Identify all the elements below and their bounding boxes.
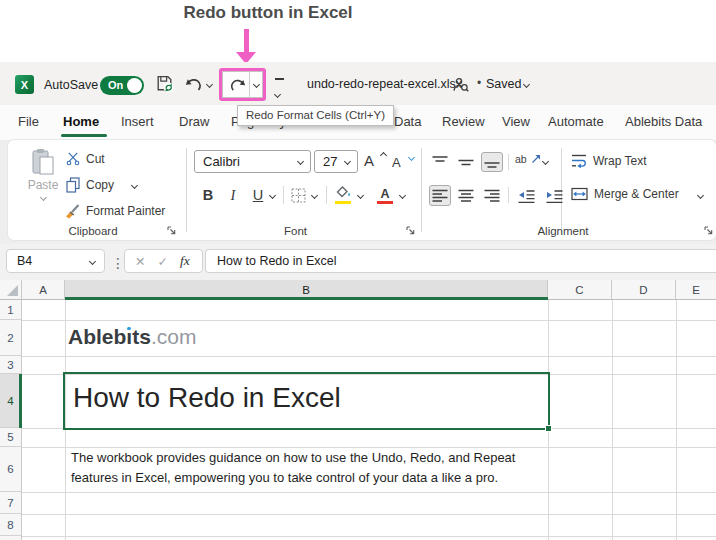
saved-chevron-icon[interactable]	[523, 81, 530, 88]
merge-center-icon	[571, 187, 588, 201]
gridline-v	[612, 300, 613, 540]
cancel-icon[interactable]: ✕	[135, 254, 145, 269]
gridline-h	[22, 514, 716, 515]
formula-bar: B4 ⋮ ✕ ✓ fx How to Redo in Excel	[0, 244, 716, 280]
saved-status[interactable]: Saved	[486, 77, 521, 91]
bold-button[interactable]: B	[197, 184, 219, 206]
row-header-8[interactable]: 8	[0, 514, 22, 536]
align-right-button[interactable]	[481, 185, 503, 206]
increase-font-size-button[interactable]: A	[364, 152, 388, 172]
undo-dropdown-chevron-icon[interactable]	[206, 81, 213, 88]
align-top-button[interactable]	[429, 152, 451, 172]
small-divider	[508, 187, 509, 203]
underline-button[interactable]: U	[247, 184, 269, 206]
align-center-button[interactable]	[455, 185, 477, 206]
row-header-7[interactable]: 7	[0, 492, 22, 514]
fill-color-button[interactable]	[334, 184, 354, 204]
row-header-2[interactable]: 2	[0, 320, 22, 356]
align-middle-button[interactable]	[455, 152, 477, 172]
increase-font-letter: A	[364, 152, 374, 169]
autosave-toggle[interactable]: On	[100, 76, 144, 95]
group-divider	[421, 148, 422, 232]
column-header-d[interactable]: D	[612, 280, 676, 300]
workbook-filename[interactable]: undo-redo-repeat-excel.xlsx	[307, 77, 462, 91]
font-dialog-launcher-icon[interactable]	[405, 225, 416, 236]
gridline-h	[22, 492, 716, 493]
cell-b6-line2[interactable]: features in Excel, empowering you to tak…	[71, 470, 498, 485]
row-header-6[interactable]: 6	[0, 447, 22, 492]
copy-button[interactable]: Copy	[66, 177, 137, 193]
format-painter-button[interactable]: Format Painter	[64, 203, 165, 219]
merge-center-button[interactable]: Merge & Center	[571, 187, 679, 201]
name-box[interactable]: B4	[6, 249, 105, 273]
redo-icon	[227, 77, 246, 92]
enter-icon[interactable]: ✓	[157, 254, 167, 269]
increase-indent-button[interactable]	[543, 186, 565, 206]
qat-overflow-button[interactable]	[273, 78, 285, 101]
align-top-icon	[432, 154, 448, 170]
cell-b6-line1[interactable]: The workbook provides guidance on how to…	[71, 450, 515, 465]
selected-cell-border	[63, 372, 550, 430]
tab-review[interactable]: Review	[442, 114, 485, 129]
name-box-value: B4	[17, 254, 32, 268]
ribbon: Paste Cut Copy	[0, 140, 716, 244]
tab-ablebits-data[interactable]: Ablebits Data	[625, 114, 702, 129]
select-all-corner[interactable]	[0, 280, 22, 300]
tab-home[interactable]: Home	[63, 114, 99, 129]
orientation-button[interactable]: ab	[515, 153, 541, 165]
undo-icon	[185, 76, 203, 92]
italic-letter: I	[231, 187, 236, 204]
decrease-font-size-button[interactable]: A	[392, 153, 416, 173]
redo-button[interactable]	[222, 71, 249, 98]
annotation-arrow-line	[244, 29, 249, 54]
row-header-5[interactable]: 5	[0, 428, 22, 447]
paste-dropdown-chevron-icon	[39, 194, 46, 201]
clipboard-dialog-launcher-icon[interactable]	[166, 225, 177, 236]
copy-dropdown-chevron-icon[interactable]	[131, 181, 138, 188]
selected-row-accent	[19, 374, 22, 428]
sheet-grid[interactable]: A B C D E 1 2 3 4 5 6 7 8 Ablebıts.com	[0, 280, 716, 540]
tab-automate[interactable]: Automate	[548, 114, 604, 129]
align-left-icon	[432, 188, 448, 204]
paste-button[interactable]: Paste	[24, 148, 62, 210]
font-name-combobox[interactable]: Calibri	[194, 150, 311, 173]
undo-button[interactable]	[185, 76, 203, 96]
tab-file[interactable]: File	[18, 114, 39, 129]
tab-insert[interactable]: Insert	[121, 114, 154, 129]
row-header-1[interactable]: 1	[0, 300, 22, 320]
wrap-text-button[interactable]: Wrap Text	[571, 153, 647, 168]
font-group-label: Font	[238, 225, 353, 237]
row-header-3[interactable]: 3	[0, 356, 22, 374]
formula-input[interactable]: How to Redo in Excel	[205, 249, 716, 273]
save-button[interactable]	[154, 73, 175, 98]
cut-button[interactable]: Cut	[66, 151, 105, 166]
small-divider	[326, 186, 327, 204]
select-all-triangle-icon	[7, 285, 18, 296]
align-bottom-button[interactable]	[481, 152, 503, 172]
redo-dropdown-button[interactable]	[249, 71, 263, 98]
align-left-button[interactable]	[429, 185, 451, 206]
insert-function-icon[interactable]: fx	[180, 253, 190, 269]
font-size-combobox[interactable]: 27	[314, 150, 358, 173]
tab-draw[interactable]: Draw	[179, 114, 209, 129]
tab-data[interactable]: Data	[394, 114, 421, 129]
people-search-icon[interactable]	[452, 76, 469, 93]
formula-input-value: How to Redo in Excel	[217, 254, 337, 268]
alignment-dialog-launcher-icon[interactable]	[703, 225, 714, 236]
fill-handle[interactable]	[545, 425, 552, 432]
borders-button[interactable]	[290, 187, 307, 204]
column-header-e[interactable]: E	[676, 280, 716, 300]
decrease-font-caret-icon	[408, 154, 415, 161]
column-header-c[interactable]: C	[548, 280, 612, 300]
tab-view[interactable]: View	[502, 114, 530, 129]
column-header-a[interactable]: A	[22, 280, 65, 300]
excel-logo-letter: X	[21, 79, 28, 91]
italic-button[interactable]: I	[222, 184, 244, 206]
small-divider	[283, 186, 284, 204]
font-color-button[interactable]: A	[376, 184, 394, 204]
cell-b2-ablebits-logo[interactable]: Ablebıts.com	[68, 325, 196, 349]
decrease-indent-button[interactable]	[515, 186, 537, 206]
decrease-font-letter: A	[392, 155, 401, 170]
excel-app-icon: X	[15, 75, 34, 94]
autosave-toggle-state: On	[108, 79, 123, 91]
